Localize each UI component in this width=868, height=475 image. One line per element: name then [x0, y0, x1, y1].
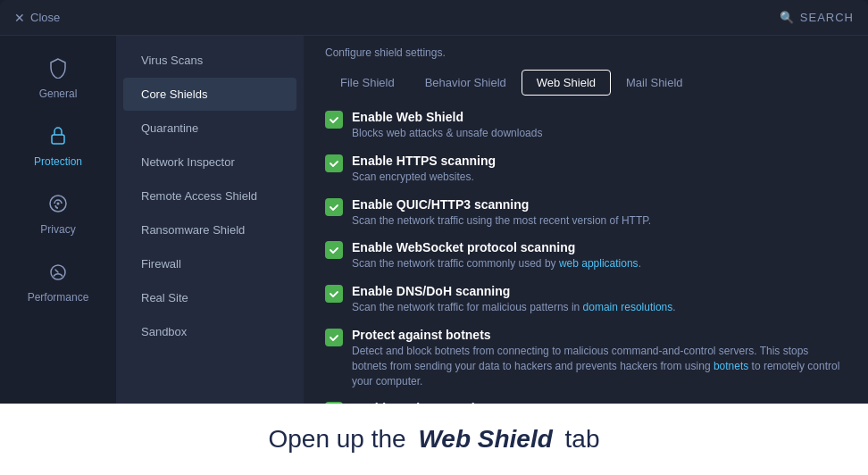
sidebar-label-performance: Performance [28, 291, 89, 304]
toggle-desc-botnets: Detect and block botnets from connecting… [352, 344, 847, 388]
menu-item-quarantine[interactable]: Quarantine [123, 112, 296, 145]
sidebar-item-protection[interactable]: Protection [0, 112, 116, 180]
overlay-text-italic: Web Shield [418, 425, 552, 454]
menu-item-virus-scans[interactable]: Virus Scans [123, 44, 296, 77]
sidebar-item-privacy[interactable]: Privacy [0, 180, 116, 248]
overlay-text-before: Open up the [268, 425, 405, 454]
menu-item-network-inspector[interactable]: Network Inspector [123, 146, 296, 179]
menu-sidebar: Virus Scans Core Shields Quarantine Netw… [116, 36, 304, 429]
toggle-title-https-scanning: Enable HTTPS scanning [352, 154, 496, 168]
toggle-botnets: Protect against botnets Detect and block… [325, 328, 847, 388]
title-bar: ✕ Close 🔍 SEARCH [0, 0, 868, 36]
search-button[interactable]: 🔍 SEARCH [780, 11, 854, 24]
toggle-desc-dns-doh: Scan the network traffic for malicious p… [352, 300, 676, 315]
menu-item-sandbox[interactable]: Sandbox [123, 315, 296, 348]
close-label: Close [30, 11, 60, 24]
tab-behavior-shield[interactable]: Behavior Shield [410, 70, 522, 96]
toggle-desc-quic-http3: Scan the network traffic using the most … [352, 213, 651, 229]
content-panel: Configure shield settings. File Shield B… [304, 36, 868, 429]
tab-web-shield[interactable]: Web Shield [522, 70, 611, 96]
menu-item-core-shields[interactable]: Core Shields [123, 78, 296, 111]
toggle-desc-websocket: Scan the network traffic commonly used b… [352, 256, 641, 271]
toggle-enable-web-shield: Enable Web Shield Blocks web attacks & u… [325, 110, 847, 141]
configure-text: Configure shield settings. [325, 46, 847, 59]
checkbox-dns-doh[interactable] [325, 285, 343, 303]
toggle-title-dns-doh: Enable DNS/DoH scanning [352, 284, 676, 298]
toggle-quic-http3: Enable QUIC/HTTP3 scanning Scan the netw… [325, 197, 847, 229]
checkbox-quic-http3[interactable] [325, 198, 343, 216]
search-label: SEARCH [800, 11, 854, 24]
menu-item-real-site[interactable]: Real Site [123, 281, 296, 314]
toggle-websocket: Enable WebSocket protocol scanning Scan … [325, 240, 847, 271]
app-window: ✕ Close 🔍 SEARCH General [0, 0, 868, 429]
sidebar-item-general[interactable]: General [0, 45, 116, 112]
sidebar-label-privacy: Privacy [40, 223, 75, 236]
menu-item-ransomware-shield[interactable]: Ransomware Shield [123, 213, 296, 246]
toggle-https-scanning: Enable HTTPS scanning Scan encrypted web… [325, 154, 847, 185]
main-content: General Protection [0, 36, 868, 429]
toggle-title-websocket: Enable WebSocket protocol scanning [352, 240, 641, 254]
overlay-text-after: tab [565, 425, 600, 454]
icon-sidebar: General Protection [0, 36, 116, 429]
lock-icon [47, 125, 69, 152]
svg-rect-0 [52, 135, 64, 144]
toggle-desc-https-scanning: Scan encrypted websites. [352, 170, 496, 185]
close-button[interactable]: ✕ Close [14, 11, 60, 25]
search-icon: 🔍 [780, 11, 795, 24]
shield-icon [47, 57, 69, 84]
checkbox-https-scanning[interactable] [325, 154, 343, 172]
checkbox-websocket[interactable] [325, 241, 343, 259]
menu-item-firewall[interactable]: Firewall [123, 247, 296, 280]
toggle-dns-doh: Enable DNS/DoH scanning Scan the network… [325, 284, 847, 315]
gauge-icon [47, 261, 69, 288]
bottom-overlay: Open up the Web Shield tab [0, 404, 868, 475]
svg-point-2 [57, 203, 60, 205]
tab-file-shield[interactable]: File Shield [325, 70, 410, 96]
toggle-title-botnets: Protect against botnets [352, 328, 847, 342]
shield-tabs: File Shield Behavior Shield Web Shield M… [325, 70, 847, 96]
fingerprint-icon [47, 193, 69, 220]
checkbox-botnets[interactable] [325, 329, 343, 346]
toggle-title-web-shield: Enable Web Shield [352, 110, 542, 124]
sidebar-label-protection: Protection [34, 155, 82, 168]
sidebar-label-general: General [39, 88, 78, 100]
sidebar-item-performance[interactable]: Performance [0, 248, 116, 316]
toggle-title-quic-http3: Enable QUIC/HTTP3 scanning [352, 197, 651, 212]
menu-item-remote-access-shield[interactable]: Remote Access Shield [123, 179, 296, 212]
checkbox-enable-web-shield[interactable] [325, 111, 343, 129]
toggle-desc-web-shield: Blocks web attacks & unsafe downloads [352, 126, 542, 141]
close-icon: ✕ [14, 11, 25, 25]
tab-mail-shield[interactable]: Mail Shield [611, 70, 698, 96]
